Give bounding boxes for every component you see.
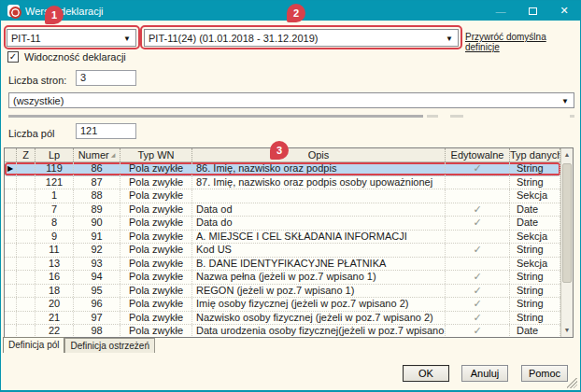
row-marker[interactable] [5,271,17,284]
cell-numer[interactable]: 93 [74,258,120,271]
table-row[interactable]: 2298Pola zwykłeData urodzenia osoby fizy… [5,325,560,337]
cell-opis[interactable]: REGON (jeżeli w poz.7 wpisano 1) [192,285,446,298]
cell-z[interactable] [17,176,35,189]
cell-opis[interactable]: 86. Imię, nazwisko oraz podpis [192,162,446,175]
cell-typ-danych[interactable]: String [510,271,560,284]
pages-count-input[interactable]: 3 [76,70,136,86]
cell-edytowalne[interactable] [446,176,510,189]
resize-grip-icon[interactable] [567,378,577,388]
cell-typ-wn[interactable]: Pola zwykłe [120,162,192,175]
cell-numer[interactable]: 97 [74,312,120,325]
table-row[interactable]: 188Pola zwykłeSekcja [5,189,560,203]
cell-opis[interactable]: Data od [192,203,446,217]
cell-numer[interactable]: 91 [74,231,120,244]
vertical-scrollbar[interactable]: ▲ ▼ [560,148,573,337]
maximize-icon[interactable] [517,1,548,21]
cell-lp[interactable]: 11 [35,244,74,257]
minimize-icon[interactable]: — [485,1,517,21]
cell-opis[interactable]: Imię osoby fizycznej (jeżeli w poz.7 wpi… [192,298,446,311]
cell-edytowalne[interactable]: ✓ [446,271,510,284]
header-numer[interactable]: Numer◢ [74,148,120,161]
cell-edytowalne[interactable]: ✓ [446,244,510,257]
cell-typ-danych[interactable]: String [510,176,560,189]
cell-edytowalne[interactable] [446,231,510,244]
row-marker[interactable] [5,258,17,271]
row-marker[interactable] [5,189,17,203]
header-z[interactable]: Z [17,148,35,161]
cell-edytowalne[interactable]: ✓ [446,312,510,325]
scroll-up-icon[interactable]: ▲ [561,148,573,161]
cell-lp[interactable]: 16 [35,271,74,284]
cell-z[interactable] [17,325,35,337]
table-row[interactable]: 1393Pola zwykłeB. DANE IDENTYFIKACYJNE P… [5,258,560,272]
header-opis[interactable]: Opis [192,148,446,161]
table-row[interactable]: 1192Pola zwykłeKod US✓String [5,244,560,258]
restore-default-link[interactable]: Przywróć domyślna definicje [465,32,580,52]
cell-z[interactable] [17,312,35,325]
cell-typ-danych[interactable]: Date [510,203,560,217]
tab-definicja-ostrzezen[interactable]: Definicja ostrzeżeń [64,338,154,353]
cell-z[interactable] [17,203,35,217]
table-row[interactable]: ▶11986Pola zwykłe86. Imię, nazwisko oraz… [5,162,560,176]
header-edytowalne[interactable]: Edytowalne [446,148,510,161]
pages-filter-select[interactable]: (wszystkie) ▼ [8,92,574,108]
cell-lp[interactable]: 20 [35,298,74,311]
cell-typ-danych[interactable]: Date [510,325,560,337]
cell-typ-wn[interactable]: Pola zwykłe [120,231,192,244]
row-marker[interactable] [5,325,17,337]
row-marker[interactable] [5,176,17,189]
cell-lp[interactable]: 121 [35,176,74,189]
cell-edytowalne[interactable]: ✓ [446,217,510,230]
table-row[interactable]: 1694Pola zwykłeNazwa pełna (jeżeli w poz… [5,271,560,285]
row-marker[interactable] [5,231,17,244]
header-typ-danych[interactable]: Typ danych [510,148,560,161]
cell-lp[interactable]: 21 [35,312,74,325]
cell-opis[interactable]: Nazwisko osoby fizycznej (jeżeli w poz.7… [192,312,446,325]
scrollbar-thumb[interactable] [562,163,572,283]
ok-button[interactable]: OK [403,365,449,382]
cell-opis[interactable]: 87. Imię, nazwisko oraz podpis osoby upo… [192,176,446,189]
cell-typ-danych[interactable]: String [510,244,560,257]
scroll-down-icon[interactable]: ▼ [561,324,573,337]
cell-z[interactable] [17,189,35,203]
cell-typ-wn[interactable]: Pola zwykłe [120,203,192,217]
header-marker[interactable] [5,148,17,161]
cell-typ-danych[interactable]: String [510,285,560,298]
cell-numer[interactable]: 88 [74,189,120,203]
fields-count-input[interactable]: 121 [76,123,136,139]
cell-opis[interactable]: Data do [192,217,446,230]
cell-lp[interactable]: 119 [35,162,74,175]
cell-opis[interactable]: B. DANE IDENTYFIKACYJNE PŁATNIKA [192,258,446,271]
cell-edytowalne[interactable]: ✓ [446,298,510,311]
visibility-checkbox[interactable]: ✓ [7,51,19,63]
cell-typ-danych[interactable]: Date [510,217,560,230]
tab-definicja-pol[interactable]: Definicja pól [3,337,64,353]
cancel-button[interactable]: Anuluj [461,365,508,382]
cell-typ-wn[interactable]: Pola zwykłe [120,312,192,325]
cell-lp[interactable]: 7 [35,203,74,217]
cell-opis[interactable]: Kod US [192,244,446,257]
cell-numer[interactable]: 94 [74,271,120,284]
cell-numer[interactable]: 95 [74,285,120,298]
cell-numer[interactable]: 89 [74,203,120,217]
cell-edytowalne[interactable] [446,258,510,271]
table-row[interactable]: 12187Pola zwykłe87. Imię, nazwisko oraz … [5,176,560,190]
cell-z[interactable] [17,271,35,284]
cell-opis[interactable]: Nazwa pełna (jeżeli w poz.7 wpisano 1) [192,271,446,284]
cell-z[interactable] [17,298,35,311]
cell-typ-danych[interactable]: String [510,312,560,325]
cell-numer[interactable]: 92 [74,244,120,257]
cell-edytowalne[interactable]: ✓ [446,162,510,175]
cell-lp[interactable]: 1 [35,189,74,203]
header-typ-wn[interactable]: Typ WN [120,148,192,161]
cell-typ-wn[interactable]: Pola zwykłe [120,217,192,230]
table-row[interactable]: 2096Pola zwykłeImię osoby fizycznej (jeż… [5,298,560,312]
cell-numer[interactable]: 98 [74,325,120,337]
declaration-select[interactable]: PIT-11 ▼ [7,29,136,47]
cell-typ-wn[interactable]: Pola zwykłe [120,189,192,203]
cell-lp[interactable]: 13 [35,258,74,271]
header-lp[interactable]: Lp [35,148,74,161]
cell-z[interactable] [17,285,35,298]
cell-lp[interactable]: 18 [35,285,74,298]
cell-z[interactable] [17,231,35,244]
